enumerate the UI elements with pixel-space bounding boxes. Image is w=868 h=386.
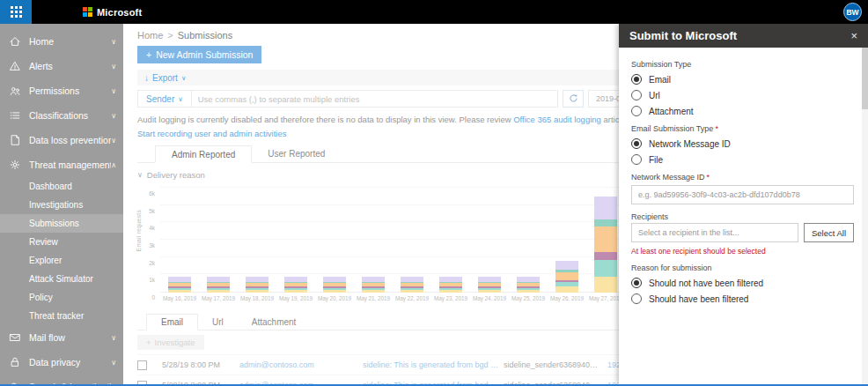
delivery-reason-label: Delivery reason <box>147 170 205 180</box>
refresh-button[interactable] <box>563 90 584 108</box>
sidebar-item-data-loss-prevention[interactable]: Data loss prevention∨ <box>0 128 123 152</box>
tab-email[interactable]: Email <box>146 314 198 330</box>
avatar[interactable]: BW <box>843 3 862 21</box>
panel-scrollbar[interactable] <box>862 48 868 384</box>
home-icon <box>9 35 21 48</box>
tab-admin-reported[interactable]: Admin Reported <box>155 145 252 163</box>
sidebar-item-data-privacy[interactable]: Data privacy∨ <box>0 350 123 375</box>
alert-icon <box>9 60 21 72</box>
sidebar-item-label: Home <box>29 36 111 47</box>
network-message-id-input[interactable] <box>631 185 854 204</box>
y-tick-label: 5k <box>149 208 155 214</box>
refresh-icon <box>569 93 578 106</box>
radio-file[interactable]: File <box>631 154 854 165</box>
bar-segment-yellow <box>594 277 617 293</box>
y-tick-label: 3k <box>149 242 155 249</box>
sidebar-item-classifications[interactable]: Classifications∨ <box>0 103 123 128</box>
row-checkbox[interactable] <box>137 381 147 385</box>
radio-attachment[interactable]: Attachment <box>631 106 854 116</box>
breadcrumb-home[interactable]: Home <box>137 30 163 41</box>
radio-email[interactable]: Email <box>631 74 854 85</box>
chart-column: May 26, 2019 <box>548 189 586 293</box>
radio-should-not-have-been-filtered[interactable]: Should not have been filtered <box>631 278 854 288</box>
radio-label: Should have been filtered <box>649 294 748 304</box>
sender-filter-button[interactable]: Sender ∨ <box>138 91 192 107</box>
stacked-bar <box>401 277 423 293</box>
chart-column: May 23, 2019 <box>431 189 470 293</box>
bar-segment-yellow <box>246 290 268 293</box>
chevron-down-icon: ∨ <box>111 112 116 120</box>
recipients-input[interactable] <box>631 223 798 242</box>
cell-sender-link[interactable]: admin@contoso.com <box>239 360 363 369</box>
sidebar-item-permissions[interactable]: Permissions∨ <box>0 78 123 103</box>
cell-sender-id: sideline_sender636894000289455141@con… <box>504 360 607 369</box>
audit-logging-link[interactable]: Office 365 audit logging <box>513 115 601 124</box>
recipients-error: At least one recipient should be selecte… <box>631 247 854 256</box>
chevron-down-icon: ∨ <box>111 383 116 385</box>
sidebar-item-policy[interactable]: Policy <box>0 288 123 307</box>
tab-user-reported[interactable]: User Reported <box>252 145 341 162</box>
submission-type-label: Submission Type <box>631 60 854 69</box>
radio-should-have-been-filtered[interactable]: Should have been filtered <box>631 293 854 304</box>
tab-attachment[interactable]: Attachment <box>238 314 311 330</box>
sidebar-item-search-investigation[interactable]: Search & Investigation∨ <box>0 375 123 384</box>
filter-row: Sender ∨ <box>137 90 683 108</box>
panel-title: Submit to Microsoft <box>629 29 737 42</box>
sidebar-item-review[interactable]: Review <box>0 233 123 251</box>
cell-sender-link[interactable]: admin@contoso.com <box>239 381 363 384</box>
chevron-down-icon: ∨ <box>111 334 116 342</box>
new-admin-submission-button[interactable]: + New Admin Submission <box>137 46 261 63</box>
chevron-down-icon: ∨ <box>111 38 116 46</box>
chart-column: May 20, 2019 <box>315 189 354 293</box>
app-window: Microsoft BW Home∨Alerts∨Permissions∨Cla… <box>0 0 868 386</box>
sidebar-item-label: Mail flow <box>29 332 111 343</box>
sidebar-item-threat-management[interactable]: Threat management∧ <box>0 152 123 177</box>
bar-segment-yellow <box>207 290 230 293</box>
chart-column: May 25, 2019 <box>509 189 548 293</box>
top-bar: Microsoft BW <box>0 0 868 24</box>
plus-icon: + <box>146 49 151 60</box>
gridline <box>160 187 664 188</box>
y-tick-label: 4k <box>149 225 155 231</box>
cell-date: 5/28/19 8:00 PM <box>162 360 239 369</box>
sidebar-item-explorer[interactable]: Explorer <box>0 251 123 270</box>
investigate-button[interactable]: + Investigate <box>137 335 204 350</box>
sidebar-item-submissions[interactable]: Submissions <box>0 214 123 233</box>
cell-subject-link[interactable]: sideline: This is generated from bgd 636… <box>363 381 504 384</box>
sidebar-item-threat-tracker[interactable]: Threat tracker <box>0 307 123 325</box>
sidebar-item-home[interactable]: Home∨ <box>0 29 123 54</box>
sidebar-item-mail-flow[interactable]: Mail flow∨ <box>0 325 123 350</box>
tab-url[interactable]: Url <box>198 314 238 330</box>
app-launcher-button[interactable] <box>0 0 32 24</box>
stacked-bar <box>207 277 230 293</box>
cell-date: 5/28/19 8:00 PM <box>162 381 239 384</box>
sidebar-item-dashboard[interactable]: Dashboard <box>0 177 123 196</box>
bar-segment-yellow <box>401 290 423 293</box>
stacked-bar <box>246 277 268 293</box>
chevron-down-icon: ∨ <box>181 74 187 82</box>
chevron-down-icon: ∨ <box>111 137 116 145</box>
close-icon[interactable]: × <box>850 30 857 41</box>
bar-segment-mauve <box>594 252 617 260</box>
sidebar-item-alerts[interactable]: Alerts∨ <box>0 54 123 78</box>
sidebar-item-investigations[interactable]: Investigations <box>0 196 123 214</box>
chart-column: May 18, 2019 <box>238 189 276 293</box>
radio-url[interactable]: Url <box>631 90 854 100</box>
start-recording-link[interactable]: Start recording user and admin activitie… <box>137 129 287 138</box>
bar-segment-lavender <box>594 197 617 219</box>
stacked-bar <box>323 277 346 293</box>
bar-segment-mint <box>594 260 617 278</box>
sidebar-nav: Home∨Alerts∨Permissions∨Classifications∨… <box>0 29 123 384</box>
row-checkbox[interactable] <box>137 360 147 370</box>
sidebar-item-attack-simulator[interactable]: Attack Simulator <box>0 270 123 288</box>
radio-unselected-icon <box>631 154 642 165</box>
plus-icon: + <box>146 338 151 347</box>
select-all-button[interactable]: Select All <box>804 223 854 242</box>
bar-segment-lavender <box>555 261 578 271</box>
radio-network-message-id[interactable]: Network Message ID <box>631 138 854 149</box>
scrollbar-thumb[interactable] <box>862 48 868 109</box>
email-submission-type-label: Email Submission Type* <box>631 124 854 133</box>
cell-subject-link[interactable]: sideline: This is generated from bgd 636… <box>363 360 504 369</box>
sender-filter-input[interactable] <box>192 91 557 107</box>
microsoft-logo: Microsoft <box>83 7 142 18</box>
